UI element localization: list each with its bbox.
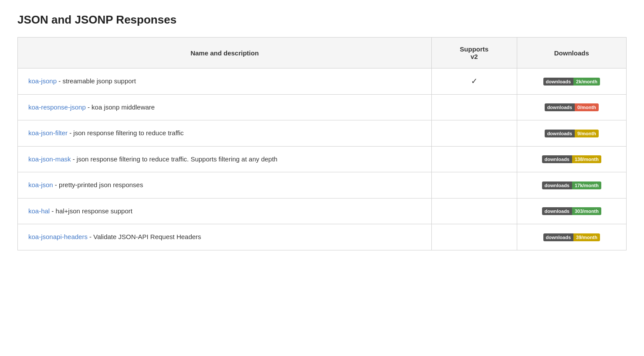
package-link[interactable]: koa-jsonapi-headers <box>28 233 88 240</box>
downloads-cell: downloads303/month <box>517 198 626 224</box>
page-title: JSON and JSONP Responses <box>17 13 627 27</box>
downloads-cell: downloads138/month <box>517 146 626 172</box>
table-header-row: Name and description Supportsv2 Download… <box>18 38 627 68</box>
downloads-badge: downloads17k/month <box>542 181 601 189</box>
downloads-badge: downloads2k/month <box>543 78 600 86</box>
downloads-cell: downloads2k/month <box>517 68 626 95</box>
package-link[interactable]: koa-hal <box>28 207 50 215</box>
badge-label: downloads <box>543 78 573 86</box>
checkmark-icon: ✓ <box>471 77 478 86</box>
downloads-badge: downloads0/month <box>545 103 599 111</box>
badge-label: downloads <box>545 103 575 111</box>
col-header-downloads: Downloads <box>517 38 626 68</box>
badge-label: downloads <box>542 181 572 189</box>
package-name-cell: koa-jsonp - streamable jsonp support <box>18 68 432 95</box>
badge-value: 9/month <box>575 130 599 137</box>
supports-v2-cell <box>431 198 517 224</box>
badge-value: 303/month <box>572 207 601 215</box>
package-link[interactable]: koa-jsonp <box>28 77 57 85</box>
badge-label: downloads <box>545 130 575 137</box>
badge-value: 17k/month <box>572 181 601 189</box>
table-row: koa-json-mask - json response filtering … <box>18 146 627 172</box>
package-link[interactable]: koa-json <box>28 181 53 188</box>
table-row: koa-json - pretty-printed json responses… <box>18 172 627 199</box>
supports-v2-cell: ✓ <box>431 68 517 95</box>
supports-v2-cell <box>431 172 517 199</box>
badge-value: 138/month <box>572 155 601 163</box>
package-link[interactable]: koa-json-mask <box>28 155 71 163</box>
downloads-cell: downloads39/month <box>517 224 626 250</box>
downloads-cell: downloads17k/month <box>517 172 626 199</box>
package-link[interactable]: koa-response-jsonp <box>28 103 86 111</box>
supports-v2-cell <box>431 120 517 147</box>
table-row: koa-hal - hal+json response supportdownl… <box>18 198 627 224</box>
package-name-cell: koa-json-mask - json response filtering … <box>18 146 432 172</box>
package-name-cell: koa-json-filter - json response filterin… <box>18 120 432 147</box>
badge-value: 0/month <box>575 103 599 111</box>
downloads-cell: downloads9/month <box>517 120 626 147</box>
package-name-cell: koa-response-jsonp - koa jsonp middlewar… <box>18 94 432 120</box>
supports-v2-cell <box>431 146 517 172</box>
package-name-cell: koa-jsonapi-headers - Validate JSON-API … <box>18 224 432 250</box>
package-name-cell: koa-json - pretty-printed json responses <box>18 172 432 199</box>
badge-label: downloads <box>542 155 572 163</box>
supports-v2-cell <box>431 224 517 250</box>
package-link[interactable]: koa-json-filter <box>28 129 68 137</box>
badge-value: 39/month <box>573 233 600 241</box>
badge-label: downloads <box>543 233 573 241</box>
table-row: koa-jsonp - streamable jsonp support✓dow… <box>18 68 627 95</box>
table-row: koa-jsonapi-headers - Validate JSON-API … <box>18 224 627 250</box>
downloads-badge: downloads9/month <box>545 130 599 137</box>
col-header-supports: Supportsv2 <box>431 38 517 68</box>
package-name-cell: koa-hal - hal+json response support <box>18 198 432 224</box>
packages-table: Name and description Supportsv2 Download… <box>17 37 627 250</box>
badge-value: 2k/month <box>573 78 600 86</box>
supports-v2-cell <box>431 94 517 120</box>
downloads-badge: downloads39/month <box>543 233 600 241</box>
downloads-cell: downloads0/month <box>517 94 626 120</box>
badge-label: downloads <box>542 207 572 215</box>
downloads-badge: downloads138/month <box>542 155 601 163</box>
col-header-name: Name and description <box>18 38 432 68</box>
table-row: koa-json-filter - json response filterin… <box>18 120 627 147</box>
downloads-badge: downloads303/month <box>542 207 601 215</box>
table-row: koa-response-jsonp - koa jsonp middlewar… <box>18 94 627 120</box>
